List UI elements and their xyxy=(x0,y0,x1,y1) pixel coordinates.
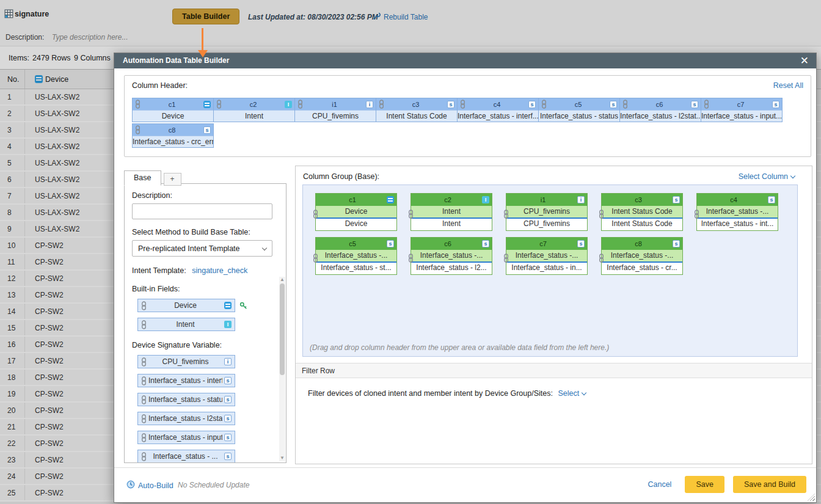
field-chip-interface-status-l2stat-[interactable]: Interface_status - l2stat...s xyxy=(137,412,235,425)
column-group-dropzone[interactable]: c1DeviceDevicec2IIntentIntenti1iCPU_five… xyxy=(302,184,798,357)
column-group-card-i1[interactable]: i1iCPU_fiveminsCPU_fivemins xyxy=(506,193,588,231)
card-field-name: Intent xyxy=(411,217,492,229)
column-header-chip-c2[interactable]: c2IIntent xyxy=(213,98,295,122)
column-header-chip-c1[interactable]: c1Device xyxy=(132,98,214,122)
column-header-chip-c4[interactable]: c4sInterface_status - interf... xyxy=(457,98,539,122)
dialog-titlebar[interactable]: Automation Data Table Builder ✕ xyxy=(114,53,816,68)
card-display-name: Interface_status -... xyxy=(506,250,587,261)
base-tabs: Base + xyxy=(124,170,181,185)
field-chip-interface-status-[interactable]: Interface_status - ...s xyxy=(137,450,235,463)
column-group-card-c5[interactable]: c5sInterface_status -...Interface_status… xyxy=(315,237,397,275)
type-i-badge-icon: i xyxy=(224,358,232,365)
column-group-card-c6[interactable]: c6sInterface_status -...Interface_status… xyxy=(410,237,492,275)
scrollbar-thumb[interactable] xyxy=(280,283,285,375)
card-id: c2 xyxy=(414,196,482,203)
column-group-card-c1[interactable]: c1DeviceDevice xyxy=(315,193,397,231)
field-chip-intent[interactable]: IntentI xyxy=(137,318,235,331)
scroll-up-icon[interactable]: ▲ xyxy=(279,277,285,283)
close-icon[interactable]: ✕ xyxy=(800,54,809,68)
chain-link-icon xyxy=(694,210,699,219)
column-header-label: Column Header: xyxy=(132,81,188,90)
chip-name: Device xyxy=(133,110,213,122)
type-s-badge-icon: s xyxy=(203,126,211,134)
chain-link-icon xyxy=(313,254,318,263)
field-chip-interface-status-status[interactable]: Interface_status - statuss xyxy=(137,393,235,406)
column-header-chip-c6[interactable]: c6sInterface_status - l2stat... xyxy=(619,98,701,122)
field-name: Interface_status - interf... xyxy=(148,376,222,385)
chain-link-icon xyxy=(503,254,509,263)
column-group-card-c3[interactable]: c3sIntent Status CodeIntent Status Code xyxy=(601,193,683,231)
chip-header: c2I xyxy=(214,98,294,110)
card-header: c5s xyxy=(316,238,396,250)
card-display-name: Interface_status -... xyxy=(602,250,682,261)
column-header-chip-c5[interactable]: c5sInterface_status - status xyxy=(538,98,620,122)
field-chip-device[interactable]: Device xyxy=(137,299,235,312)
chip-header: c7s xyxy=(701,98,782,110)
add-tab-button[interactable]: + xyxy=(164,173,181,186)
card-header: i1i xyxy=(506,194,587,206)
auto-build-link[interactable]: Auto-Build xyxy=(126,480,173,491)
column-header-chip-c3[interactable]: c3sIntent Status Code xyxy=(376,98,458,122)
card-field-name: Interface_status - l2... xyxy=(411,261,492,273)
card-id: c7 xyxy=(509,240,577,247)
field-name: Interface_status - input... xyxy=(148,433,222,442)
device-badge-icon xyxy=(203,101,211,108)
column-group-card-c7[interactable]: c7sInterface_status -...Interface_status… xyxy=(506,237,588,275)
chip-id: c5 xyxy=(548,101,608,108)
column-header-chip-i1[interactable]: i1iCPU_fivemins xyxy=(294,98,376,122)
field-chip-row: Interface_status - interf...s xyxy=(137,374,272,387)
card-id: c5 xyxy=(318,240,387,247)
chain-link-icon xyxy=(379,100,384,109)
description-input[interactable] xyxy=(132,203,272,219)
scroll-down-icon[interactable]: ▼ xyxy=(279,455,285,461)
chain-link-icon xyxy=(141,301,147,310)
cancel-button[interactable]: Cancel xyxy=(648,480,671,489)
column-header-chip-c7[interactable]: c7sInterface_status - input... xyxy=(701,98,783,122)
field-chip-interface-status-interf-[interactable]: Interface_status - interf...s xyxy=(137,374,235,387)
save-button[interactable]: Save xyxy=(685,476,724,493)
column-group-card-c8[interactable]: c8sInterface_status -...Interface_status… xyxy=(601,237,683,275)
select-column-link[interactable]: Select Column xyxy=(739,172,795,181)
chain-link-icon xyxy=(503,210,509,219)
card-id: c6 xyxy=(414,240,482,247)
card-header: c7s xyxy=(506,238,587,250)
card-field-name: Interface_status - cr... xyxy=(602,261,682,273)
filter-row-header: Filter Row xyxy=(296,363,812,378)
left-panel-scrollbar[interactable]: ▲ ▼ xyxy=(279,277,285,461)
panel-description-label: Description: xyxy=(132,191,272,200)
card-header: c8s xyxy=(602,238,682,250)
field-chip-row: Interface_status - input...s xyxy=(137,431,272,444)
chain-link-icon xyxy=(599,254,604,263)
field-chip-interface-status-input-[interactable]: Interface_status - input...s xyxy=(137,431,235,444)
chip-name: Interface_status - l2stat... xyxy=(620,110,701,122)
chain-link-icon xyxy=(313,210,318,219)
field-name: Interface_status - status xyxy=(148,395,222,404)
filter-select-link[interactable]: Select xyxy=(558,389,586,398)
card-header: c3s xyxy=(602,194,682,206)
card-header: c4s xyxy=(697,194,778,206)
chain-link-icon xyxy=(135,125,140,134)
build-method-select[interactable]: Pre-replicated Intent Template xyxy=(132,240,272,257)
dialog-title: Automation Data Table Builder xyxy=(123,56,229,65)
chain-link-icon xyxy=(599,210,604,219)
tab-base[interactable]: Base xyxy=(124,170,161,186)
column-header-chip-c8[interactable]: c8sInterface_status - crc_err xyxy=(132,123,214,148)
column-group-card-c2[interactable]: c2IIntentIntent xyxy=(410,193,492,231)
card-display-name: Interface_status -... xyxy=(411,250,492,261)
intent-template-link[interactable]: singature_check xyxy=(192,266,247,275)
device-badge-icon xyxy=(387,196,394,203)
field-chip-cpu-fivemins[interactable]: CPU_fiveminsi xyxy=(137,355,235,368)
chip-name: Interface_status - input... xyxy=(701,110,782,122)
card-field-name: Intent Status Code xyxy=(602,217,682,229)
intent-template-row: Intent Template: singature_check xyxy=(132,266,272,275)
intent-template-label: Intent Template: xyxy=(132,266,186,275)
arrow-line xyxy=(202,28,203,51)
column-group-card-c4[interactable]: c4sInterface_status -...Interface_status… xyxy=(696,193,778,231)
reset-all-link[interactable]: Reset All xyxy=(773,81,803,90)
type-s-badge-icon: s xyxy=(768,196,775,203)
chip-header: c8s xyxy=(133,124,213,136)
save-and-build-button[interactable]: Save and Build xyxy=(733,476,806,493)
resize-handle[interactable] xyxy=(808,494,815,501)
card-header: c1 xyxy=(316,194,396,206)
chip-header: i1i xyxy=(295,98,376,110)
